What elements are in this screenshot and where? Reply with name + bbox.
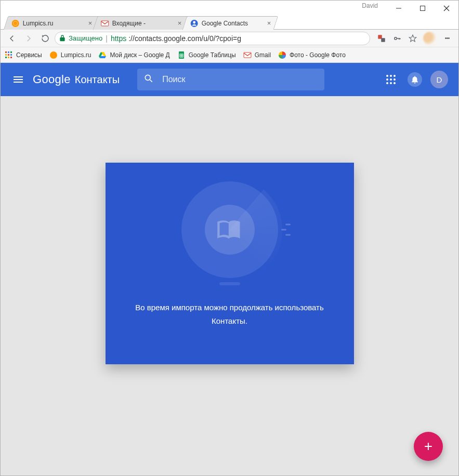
import-message: Во время импорта можно продолжать исполь… <box>135 301 324 327</box>
import-progress-illustration <box>181 181 278 278</box>
url-rest: ://contacts.google.com/u/0/?cpoi=g <box>128 34 241 43</box>
svg-point-46 <box>390 82 392 84</box>
svg-rect-35 <box>14 79 23 80</box>
gmail-icon <box>243 51 252 59</box>
orange-icon <box>49 51 58 59</box>
profile-avatar[interactable] <box>423 32 437 45</box>
svg-point-45 <box>386 82 388 84</box>
add-contact-fab[interactable]: + <box>414 432 443 461</box>
tab-close-icon[interactable]: × <box>178 20 182 27</box>
star-icon[interactable] <box>408 33 418 44</box>
svg-rect-20 <box>8 54 9 56</box>
svg-rect-19 <box>5 54 7 56</box>
svg-rect-1 <box>421 6 425 11</box>
svg-rect-34 <box>14 76 23 77</box>
browser-menu-button[interactable] <box>442 33 452 44</box>
content-area: Во время импорта можно продолжать исполь… <box>1 96 458 476</box>
bookmark-label: Lumpics.ru <box>61 51 91 59</box>
svg-rect-33 <box>244 52 251 58</box>
tab-close-icon[interactable]: × <box>88 20 93 27</box>
account-avatar[interactable]: D <box>430 71 448 88</box>
import-progress-card: Во время импорта можно продолжать исполь… <box>106 163 354 364</box>
hamburger-menu-button[interactable] <box>11 72 25 87</box>
logo-product: Контакты <box>75 74 120 86</box>
import-message-line2: Контакты. <box>135 314 324 328</box>
bookmark-item[interactable]: Фото - Google Фото <box>278 51 346 59</box>
nav-reload-button[interactable] <box>38 31 53 46</box>
book-icon <box>205 205 255 255</box>
bookmark-item[interactable]: Gmail <box>243 51 271 59</box>
apps-grid-icon <box>5 51 13 59</box>
photos-icon <box>278 51 286 59</box>
orange-icon <box>11 19 20 28</box>
bookmark-label: Gmail <box>255 51 271 59</box>
import-message-line1: Во время импорта можно продолжать исполь… <box>135 301 324 314</box>
address-bar[interactable]: Защищено | https://contacts.google.com/u… <box>55 32 370 45</box>
svg-line-38 <box>150 80 152 82</box>
bookmark-label: Мой диск – Google Д <box>110 51 169 59</box>
notifications-button[interactable] <box>406 71 423 88</box>
tab-label: Google Contacts <box>202 20 264 27</box>
svg-point-41 <box>394 75 396 77</box>
svg-rect-23 <box>8 57 9 58</box>
svg-point-37 <box>145 75 150 80</box>
tab-label: Входящие - <box>112 20 175 27</box>
svg-rect-22 <box>5 57 7 58</box>
svg-point-11 <box>395 37 397 39</box>
bookmark-apps[interactable]: Сервисы <box>5 51 42 59</box>
svg-rect-10 <box>381 38 385 42</box>
svg-rect-36 <box>14 82 23 83</box>
tab-close-icon[interactable]: × <box>267 20 271 27</box>
svg-point-25 <box>50 51 57 59</box>
app-bar: Google Контакты D <box>1 63 458 96</box>
bookmark-label: Сервисы <box>16 51 42 59</box>
bookmark-label: Google Таблицы <box>189 51 236 59</box>
svg-rect-6 <box>101 21 109 26</box>
browser-tab-active[interactable]: Google Contacts × <box>182 16 278 30</box>
account-initial: D <box>437 75 442 84</box>
svg-marker-28 <box>100 56 106 58</box>
svg-point-40 <box>390 75 392 77</box>
svg-marker-15 <box>409 35 416 42</box>
bookmark-item[interactable]: Google Таблицы <box>177 51 236 59</box>
browser-tabstrip: Lumpics.ru × Входящие - × Google Contact… <box>1 14 458 30</box>
translate-icon[interactable] <box>376 33 387 44</box>
svg-rect-18 <box>10 51 12 53</box>
secure-label: Защищено <box>69 34 102 42</box>
svg-point-47 <box>394 82 396 84</box>
svg-rect-24 <box>10 57 12 58</box>
browser-tab[interactable]: Входящие - × <box>93 16 189 30</box>
window-user-label: David <box>362 2 378 9</box>
plus-icon: + <box>424 439 432 454</box>
nav-back-button[interactable] <box>5 31 19 46</box>
logo-brand: Google <box>33 73 71 86</box>
app-logo[interactable]: Google Контакты <box>33 73 120 86</box>
bookmarks-bar: Сервисы Lumpics.ru Мой диск – Google Д G… <box>1 47 458 63</box>
search-input[interactable] <box>161 74 318 85</box>
svg-rect-16 <box>5 51 7 53</box>
url-scheme: https <box>111 34 126 43</box>
nav-forward-button[interactable] <box>21 31 36 46</box>
contacts-icon <box>190 19 199 28</box>
svg-point-39 <box>386 75 388 77</box>
sheets-icon <box>177 51 186 59</box>
svg-point-43 <box>390 78 392 81</box>
search-icon <box>143 73 154 86</box>
search-box[interactable] <box>137 69 324 90</box>
bookmark-item[interactable]: Мой диск – Google Д <box>98 51 169 59</box>
bookmark-label: Фото - Google Фото <box>290 51 346 59</box>
browser-tab[interactable]: Lumpics.ru × <box>4 16 99 30</box>
tab-label: Lumpics.ru <box>23 20 85 27</box>
svg-point-42 <box>386 78 388 81</box>
svg-rect-17 <box>8 51 9 53</box>
gmail-icon <box>101 19 109 28</box>
browser-toolbar: Защищено | https://contacts.google.com/u… <box>1 30 458 47</box>
drive-icon <box>98 51 107 59</box>
key-icon[interactable] <box>392 33 402 44</box>
svg-rect-21 <box>10 54 12 56</box>
lock-icon <box>58 34 67 43</box>
bookmark-item[interactable]: Lumpics.ru <box>49 51 91 59</box>
google-apps-button[interactable] <box>383 71 399 88</box>
svg-point-44 <box>394 78 396 81</box>
